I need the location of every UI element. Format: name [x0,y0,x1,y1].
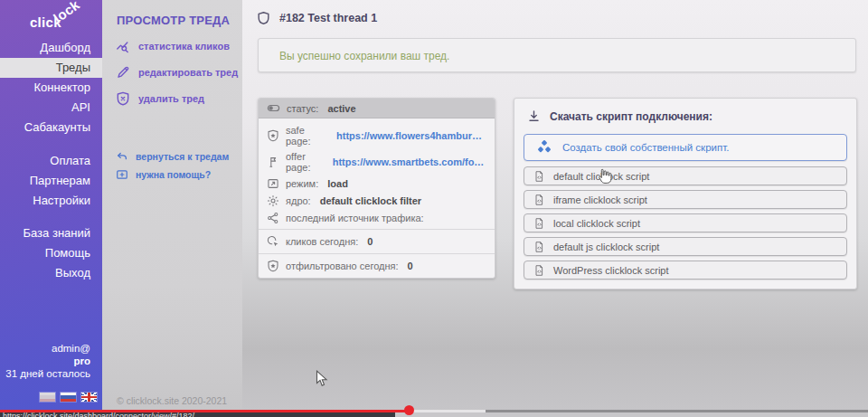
iframe-script-button[interactable]: iframe clicklock script [524,190,847,209]
mode-label: режим: [286,178,318,189]
sidebar: clicklock Дашборд Треды Коннектор API Са… [0,0,102,411]
sidebar-item-subaccounts[interactable]: Сабакаунты [0,118,102,137]
last-traffic-source-row: последний источник трафика: [259,209,495,226]
thread-status-card: статус: active safe page: https://www.fl… [258,98,495,279]
sidebar-item-knowledge-base[interactable]: База знаний [0,223,102,243]
filtered-today-label: отфильтровано сегодня: [286,261,399,271]
code-file-icon [533,194,545,206]
clicks-today-value: 0 [367,236,373,247]
flag-pole-icon [267,156,279,168]
code-file-icon [533,241,545,253]
video-progress-played [0,410,409,412]
sidebar-item-api[interactable]: API [0,98,102,118]
thread-title-row: #182 Test thread 1 [257,11,377,25]
code-file-icon [533,264,545,277]
sidebar-item-settings[interactable]: Настройки [0,191,102,211]
clicklock-logo[interactable]: clicklock [0,0,102,38]
code-file-icon [533,217,545,230]
shield-star-icon [267,260,279,272]
gear-icon [267,194,279,207]
default-script-button[interactable]: default clicklock script [524,166,847,185]
filtered-today-value: 0 [408,261,413,271]
default-js-script-label: default js clicklock script [553,242,659,252]
click-stats-link[interactable]: статистика кликов [116,39,242,53]
mode-row: режим: load [259,175,495,192]
toggle-icon [267,101,280,115]
flag-uk-icon[interactable] [81,393,97,402]
shield-x-icon [116,91,130,106]
main-content: #182 Test thread 1 Вы успешно сохранили … [242,0,868,411]
sidebar-item-logout[interactable]: Выход [0,263,102,283]
account-days-left: 31 дней осталось [5,367,90,380]
language-flags [40,393,97,402]
offer-page-row: offer page: https://www.smartbets.com/fo… [259,148,495,175]
mode-value: load [327,178,348,189]
flag-russia-icon[interactable] [61,393,76,402]
safe-page-row: safe page: https://www.flowers4hamburg.c… [259,122,495,148]
account-info: admin@ pro 31 дней осталось [5,342,90,380]
sidebar-item-connector[interactable]: Коннектор [0,78,102,98]
create-custom-script-button[interactable]: Создать свой собственный скрипт. [524,134,847,161]
local-script-label: local clicklock script [553,218,640,229]
filtered-today-row: отфильтровано сегодня: 0 [259,254,495,278]
click-stats-label: статистика кликов [138,41,230,52]
core-row: ядро: default clicklock filter [259,192,495,209]
offer-page-link[interactable]: https://www.smartbets.com/football/tea..… [333,156,486,167]
edit-thread-label: редактировать тред [138,67,238,78]
video-progress-handle[interactable] [404,405,414,415]
sidebar-item-help[interactable]: Помощь [0,243,102,263]
undo-arrow-icon [116,150,128,163]
copyright-footer: © clicklock.site 2020-2021 [117,395,227,406]
mode-export-icon [267,177,279,190]
last-traffic-source-label: последний источник трафика: [286,213,424,223]
status-header: статус: active [259,99,495,118]
thread-title: #182 Test thread 1 [279,12,377,24]
clicks-today-label: кликов сегодня: [286,236,358,247]
account-email: admin@ [5,342,90,355]
shield-icon [257,11,270,25]
need-help-label: нужна помощь? [136,169,211,180]
safe-page-link[interactable]: https://www.flowers4hamburg.com/ [336,130,486,141]
video-progress-track[interactable] [0,410,868,412]
help-plus-icon [116,168,128,181]
wordpress-script-button[interactable]: WordPress clicklock script [524,261,847,280]
delete-thread-link[interactable]: удалить тред [116,91,242,106]
default-js-script-button[interactable]: default js clicklock script [524,237,847,256]
sidebar-item-partners[interactable]: Партнерам [0,171,102,191]
back-to-threads-link[interactable]: вернуться к тредам [116,150,242,163]
create-custom-script-label: Создать свой собственный скрипт. [562,142,729,153]
offer-page-label: offer page: [286,151,324,173]
shield-star-icon [267,129,279,142]
code-file-icon [533,170,545,183]
sidebar-item-dashboard[interactable]: Дашборд [0,38,102,58]
success-message: Вы успешно сохранили ваш тред. [279,50,449,62]
share-icon [267,212,279,224]
thread-menu-title: ПРОСМОТР ТРЕДА [117,14,242,27]
delete-thread-label: удалить тред [138,93,204,104]
need-help-link[interactable]: нужна помощь? [116,168,242,181]
download-icon [527,109,541,123]
iframe-script-label: iframe clicklock script [553,194,647,205]
download-scripts-card: Скачать скрипт подключения: Создать свой… [514,98,857,289]
edit-thread-link[interactable]: редактировать тред [116,65,242,80]
local-script-button[interactable]: local clicklock script [524,213,847,232]
cubes-icon [535,139,553,156]
default-script-label: default clicklock script [553,171,649,182]
safe-page-label: safe page: [286,125,327,147]
core-label: ядро: [286,195,311,206]
download-scripts-header: Скачать скрипт подключения: [527,109,847,123]
sidebar-item-payment[interactable]: Оплата [0,151,102,171]
download-scripts-title: Скачать скрипт подключения: [550,110,712,123]
account-plan: pro [5,355,90,367]
core-value: default clicklock filter [320,195,421,206]
status-label: статус: [287,103,318,114]
status-value: active [327,103,355,114]
sidebar-item-threads[interactable]: Треды [0,58,102,78]
wordpress-script-label: WordPress clicklock script [553,265,669,276]
chart-search-icon [116,39,130,53]
click-cursor-icon [267,235,279,248]
flag-muted-icon[interactable] [40,393,55,402]
success-message-box: Вы успешно сохранили ваш тред. [258,38,856,72]
pencil-icon [116,65,130,80]
thread-menu-panel: ПРОСМОТР ТРЕДА статистика кликов редакти… [102,0,242,411]
